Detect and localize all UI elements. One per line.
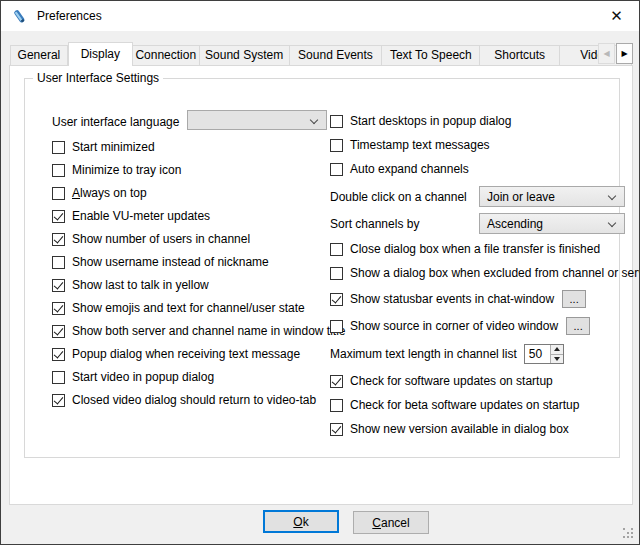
close-button[interactable]: ✕ <box>594 1 639 31</box>
spinner-up-icon[interactable] <box>551 345 563 355</box>
double-click-value: Join or leave <box>487 190 555 204</box>
checkbox-emojis[interactable]: Show emojis and text for channel/user st… <box>52 301 332 315</box>
tab-display[interactable]: Display <box>68 42 133 66</box>
checkbox-auto-expand[interactable]: Auto expand channels <box>330 162 635 176</box>
ok-button[interactable]: Ok <box>263 510 339 533</box>
tab-text-to-speech[interactable]: Text To Speech <box>382 45 480 66</box>
checkbox-icon[interactable] <box>330 399 343 412</box>
checkbox-label: Enable VU-meter updates <box>72 209 210 223</box>
checkbox-icon[interactable] <box>52 164 65 177</box>
language-row: User interface language <box>52 112 332 132</box>
checkbox-vu-meter[interactable]: Enable VU-meter updates <box>52 209 332 223</box>
tab-scroll-left-icon[interactable]: ◀ <box>598 43 615 64</box>
preferences-dialog: Preferences ✕ General Display Connection… <box>0 0 640 545</box>
checkbox-start-minimized[interactable]: Start minimized <box>52 140 332 154</box>
checkbox-icon[interactable] <box>52 141 65 154</box>
max-text-length-value[interactable]: 50 <box>525 345 550 363</box>
checkbox-icon[interactable] <box>330 320 343 333</box>
checkbox-video-popup[interactable]: Start video in popup dialog <box>52 370 332 384</box>
double-click-select[interactable]: Join or leave <box>479 186 625 207</box>
checkbox-label: Start desktops in popup dialog <box>350 114 511 128</box>
checkbox-label: Show statusbar events in chat-window <box>350 292 554 306</box>
checkbox-label: Timestamp text messages <box>350 138 490 152</box>
checkbox-icon[interactable] <box>52 233 65 246</box>
checkbox-icon[interactable] <box>52 256 65 269</box>
checkbox-icon[interactable] <box>330 267 343 280</box>
resize-grip[interactable] <box>623 528 634 539</box>
checkbox-icon[interactable] <box>330 243 343 256</box>
checkbox-label: Show username instead of nickname <box>72 255 269 269</box>
checkbox-close-on-transfer[interactable]: Close dialog box when a file transfer is… <box>330 242 635 256</box>
tab-shortcuts[interactable]: Shortcuts <box>480 45 560 66</box>
checkbox-label: Start video in popup dialog <box>72 370 214 384</box>
spinner-down-icon[interactable] <box>551 355 563 364</box>
checkbox-label: Show emojis and text for channel/user st… <box>72 301 305 315</box>
display-tab-page: User Interface Settings User interface l… <box>9 65 633 505</box>
tab-scroll-right-icon[interactable]: ▶ <box>616 43 633 64</box>
tab-sound-system[interactable]: Sound System <box>200 45 290 66</box>
checkbox-icon[interactable] <box>52 325 65 338</box>
checkbox-desktops-popup[interactable]: Start desktops in popup dialog <box>330 114 635 128</box>
max-text-length-label: Maximum text length in channel list <box>330 347 517 361</box>
checkbox-show-username[interactable]: Show username instead of nickname <box>52 255 332 269</box>
checkbox-show-user-count[interactable]: Show number of users in channel <box>52 232 332 246</box>
checkbox-label: Check for beta software updates on start… <box>350 398 579 412</box>
checkbox-last-to-talk[interactable]: Show last to talk in yellow <box>52 278 332 292</box>
checkbox-label: Show source in corner of video window <box>350 319 558 333</box>
user-interface-settings-group: User Interface Settings User interface l… <box>24 78 620 458</box>
checkbox-icon[interactable] <box>330 139 343 152</box>
checkbox-software-updates[interactable]: Check for software updates on startup <box>330 374 635 388</box>
spinner-buttons <box>550 345 563 363</box>
title-bar[interactable]: Preferences ✕ <box>1 1 639 31</box>
checkbox-icon[interactable] <box>52 348 65 361</box>
checkbox-icon[interactable] <box>52 279 65 292</box>
sort-channels-row: Sort channels by Ascending <box>330 213 635 234</box>
checkbox-beta-updates[interactable]: Check for beta software updates on start… <box>330 398 635 412</box>
cancel-button[interactable]: Cancel <box>353 511 429 534</box>
tab-general[interactable]: General <box>10 45 68 66</box>
video-source-browse-button[interactable]: ... <box>566 317 590 335</box>
checkbox-icon[interactable] <box>52 371 65 384</box>
chevron-down-icon <box>310 116 318 124</box>
double-click-label: Double click on a channel <box>330 190 467 204</box>
checkbox-icon[interactable] <box>52 210 65 223</box>
window-title: Preferences <box>37 9 102 23</box>
video-source-corner-row[interactable]: Show source in corner of video window ..… <box>330 317 635 335</box>
language-label: User interface language <box>52 115 179 129</box>
checkbox-icon[interactable] <box>330 375 343 388</box>
checkbox-timestamp[interactable]: Timestamp text messages <box>330 138 635 152</box>
sort-channels-select[interactable]: Ascending <box>479 213 625 234</box>
checkbox-excluded-dialog[interactable]: Show a dialog box when excluded from cha… <box>330 266 635 280</box>
checkbox-icon[interactable] <box>52 394 65 407</box>
max-text-length-spinner[interactable]: 50 <box>524 344 564 364</box>
checkbox-server-channel-title[interactable]: Show both server and channel name in win… <box>52 324 332 338</box>
checkbox-label: Show both server and channel name in win… <box>72 324 346 338</box>
checkbox-icon[interactable] <box>330 293 343 306</box>
tab-connection[interactable]: Connection <box>133 45 200 66</box>
checkbox-label: Show new version available in dialog box <box>350 422 569 436</box>
checkbox-closed-video-return[interactable]: Closed video dialog should return to vid… <box>52 393 332 407</box>
checkbox-icon[interactable] <box>330 163 343 176</box>
checkbox-label: Show number of users in channel <box>72 232 250 246</box>
checkbox-label: Close dialog box when a file transfer is… <box>350 242 600 256</box>
sort-channels-value: Ascending <box>487 217 543 231</box>
tab-sound-events[interactable]: Sound Events <box>290 45 383 66</box>
statusbar-events-browse-button[interactable]: ... <box>562 290 586 308</box>
chevron-down-icon <box>608 219 616 227</box>
checkbox-icon[interactable] <box>330 423 343 436</box>
statusbar-events-row[interactable]: Show statusbar events in chat-window ... <box>330 290 635 308</box>
checkbox-label: Show a dialog box when excluded from cha… <box>350 266 640 280</box>
ok-button-label: Ok <box>293 515 308 529</box>
checkbox-new-version-dialog[interactable]: Show new version available in dialog box <box>330 422 635 436</box>
checkbox-always-on-top[interactable]: Always on top <box>52 186 332 200</box>
checkbox-label: Always on top <box>72 186 147 200</box>
checkbox-popup-text-message[interactable]: Popup dialog when receiving text message <box>52 347 332 361</box>
checkbox-icon[interactable] <box>330 115 343 128</box>
checkbox-minimize-to-tray[interactable]: Minimize to tray icon <box>52 163 332 177</box>
double-click-row: Double click on a channel Join or leave <box>330 186 635 207</box>
checkbox-icon[interactable] <box>52 187 65 200</box>
cancel-button-label: Cancel <box>372 516 409 530</box>
sort-channels-label: Sort channels by <box>330 217 419 231</box>
language-select[interactable] <box>187 110 327 130</box>
checkbox-icon[interactable] <box>52 302 65 315</box>
